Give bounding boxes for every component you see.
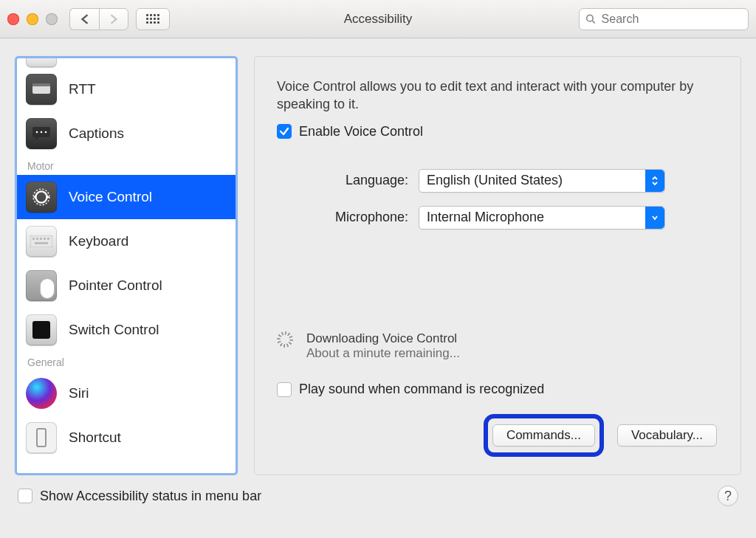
sidebar-item-siri[interactable]: Siri bbox=[17, 371, 236, 415]
svg-point-7 bbox=[45, 131, 47, 134]
switch-control-icon bbox=[26, 314, 57, 345]
sidebar-item-label: Siri bbox=[69, 385, 89, 401]
svg-point-0 bbox=[587, 15, 593, 21]
zoom-window-button[interactable] bbox=[46, 13, 58, 25]
sidebar-item-label: Shortcut bbox=[69, 430, 121, 446]
titlebar: Accessibility bbox=[0, 0, 756, 38]
stepper-arrows-icon bbox=[645, 170, 664, 192]
close-window-button[interactable] bbox=[7, 13, 19, 25]
play-sound-row[interactable]: Play sound when command is recognized bbox=[277, 382, 544, 397]
show-all-prefs-button[interactable] bbox=[136, 8, 170, 30]
spinner-icon bbox=[277, 331, 293, 348]
play-sound-checkbox[interactable] bbox=[277, 382, 292, 397]
sidebar-item-label: RTT bbox=[69, 81, 96, 97]
microphone-label: Microphone: bbox=[299, 210, 408, 225]
partial-icon bbox=[26, 56, 57, 67]
svg-rect-3 bbox=[32, 83, 50, 86]
grid-icon bbox=[146, 14, 159, 24]
rtt-icon bbox=[26, 74, 57, 105]
sidebar-item-label: Keyboard bbox=[69, 233, 128, 249]
search-field[interactable] bbox=[579, 8, 749, 30]
language-value: English (United States) bbox=[427, 173, 563, 188]
sidebar-item-voice-control[interactable]: Voice Control bbox=[17, 175, 236, 219]
pointer-control-icon bbox=[26, 270, 57, 301]
shortcut-icon bbox=[26, 422, 57, 453]
play-sound-label: Play sound when command is recognized bbox=[299, 382, 544, 397]
menubar-status-label: Show Accessibility status in menu bar bbox=[40, 489, 261, 504]
svg-point-6 bbox=[41, 131, 43, 134]
svg-point-5 bbox=[36, 131, 38, 134]
download-subtitle: About a minute remaining... bbox=[306, 346, 460, 361]
enable-voice-control-row[interactable]: Enable Voice Control bbox=[277, 124, 718, 139]
back-button[interactable] bbox=[69, 8, 99, 30]
sidebar-item-label: Pointer Control bbox=[69, 277, 162, 294]
enable-voice-control-checkbox[interactable] bbox=[277, 124, 292, 139]
vocabulary-button[interactable]: Vocabulary... bbox=[617, 424, 717, 446]
search-icon bbox=[585, 13, 596, 24]
microphone-dropdown[interactable]: Internal Microphone bbox=[419, 206, 665, 230]
language-dropdown[interactable]: English (United States) bbox=[419, 169, 665, 193]
svg-rect-11 bbox=[30, 235, 52, 247]
sidebar-item-pointer-control[interactable]: Pointer Control bbox=[17, 263, 236, 308]
panel-description: Voice Control allows you to edit text an… bbox=[277, 77, 718, 114]
sidebar-overflow-top bbox=[17, 58, 236, 67]
svg-rect-12 bbox=[32, 238, 35, 240]
voice-control-icon bbox=[26, 182, 57, 213]
svg-line-1 bbox=[592, 21, 594, 23]
sidebar-item-captions[interactable]: Captions bbox=[17, 111, 236, 156]
sidebar-category-general: General bbox=[17, 352, 236, 371]
menubar-status-checkbox[interactable] bbox=[18, 489, 32, 503]
keyboard-icon bbox=[26, 226, 57, 257]
enable-voice-control-label: Enable Voice Control bbox=[299, 124, 423, 139]
sidebar-category-motor: Motor bbox=[17, 156, 236, 175]
minimize-window-button[interactable] bbox=[27, 13, 38, 25]
search-input[interactable] bbox=[600, 12, 742, 27]
sidebar-item-label: Switch Control bbox=[69, 322, 159, 338]
sidebar-item-keyboard[interactable]: Keyboard bbox=[17, 219, 236, 263]
svg-rect-14 bbox=[40, 238, 42, 240]
download-status: Downloading Voice Control About a minute… bbox=[277, 331, 460, 361]
sidebar-item-rtt[interactable]: RTT bbox=[17, 67, 236, 111]
help-icon: ? bbox=[724, 489, 732, 504]
sidebar-item-switch-control[interactable]: Switch Control bbox=[17, 308, 236, 352]
category-sidebar: RTT Captions Motor Voice Control Keyboar… bbox=[15, 56, 238, 475]
window-controls bbox=[7, 13, 58, 25]
annotation-highlight: Commands... bbox=[484, 414, 604, 457]
download-title: Downloading Voice Control bbox=[306, 331, 460, 346]
help-button[interactable]: ? bbox=[718, 486, 738, 506]
svg-rect-17 bbox=[35, 242, 48, 244]
window-footer: Show Accessibility status in menu bar ? bbox=[0, 483, 756, 506]
sidebar-item-label: Captions bbox=[69, 125, 124, 142]
forward-button[interactable] bbox=[99, 8, 128, 30]
microphone-value: Internal Microphone bbox=[427, 210, 544, 225]
settings-panel: Voice Control allows you to edit text an… bbox=[254, 56, 741, 475]
captions-icon bbox=[26, 118, 57, 149]
chevron-down-icon bbox=[645, 207, 664, 229]
sidebar-item-label: Voice Control bbox=[69, 189, 152, 205]
language-label: Language: bbox=[299, 173, 408, 188]
siri-icon bbox=[26, 378, 57, 409]
svg-rect-16 bbox=[47, 238, 49, 240]
commands-button[interactable]: Commands... bbox=[492, 424, 595, 446]
sidebar-item-shortcut[interactable]: Shortcut bbox=[17, 415, 236, 460]
panel-buttons: Commands... Vocabulary... bbox=[484, 414, 717, 457]
svg-rect-15 bbox=[44, 238, 46, 240]
toolbar-nav bbox=[69, 8, 128, 30]
svg-rect-13 bbox=[36, 238, 38, 240]
